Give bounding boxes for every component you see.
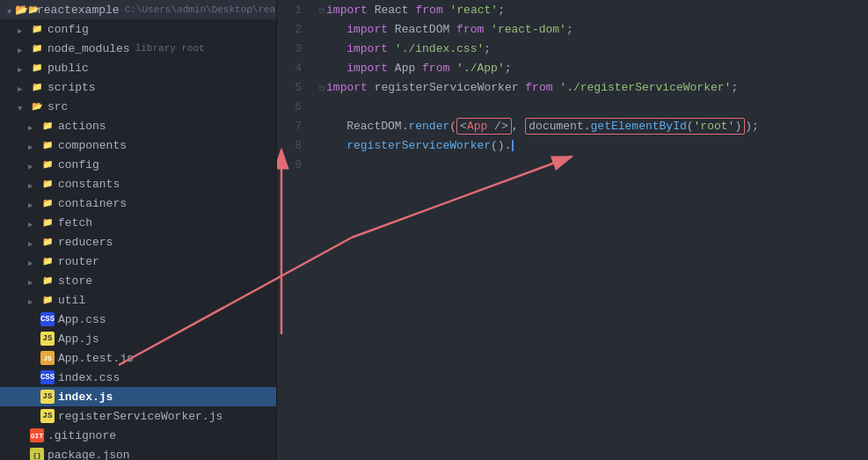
sidebar-item-gitignore[interactable]: GIT .gitignore <box>0 426 276 445</box>
item-label: scripts <box>47 81 96 94</box>
line-content: ReactDOM.render(<App />, document.getEle… <box>312 116 868 135</box>
sidebar-item-router[interactable]: 📁 router <box>0 252 276 271</box>
sidebar-item-components[interactable]: 📁 components <box>0 135 276 155</box>
sidebar-item-root[interactable]: 📂 reactexample reactexample C:\Users\adm… <box>0 0 276 19</box>
sidebar-item-store[interactable]: 📁 store <box>0 271 276 290</box>
line-content: import './index.css'; <box>312 39 868 58</box>
sidebar-item-public[interactable]: 📁 public <box>0 58 276 77</box>
item-label: constants <box>58 178 120 191</box>
folder-icon: 📁 <box>40 177 55 191</box>
sidebar-item-src-config[interactable]: 📁 config <box>0 155 276 174</box>
code-line-5: 5 ⊟import registerServiceWorker from './… <box>277 77 868 97</box>
folder-icon: 📁 <box>40 157 55 172</box>
line-number: 6 <box>277 97 312 116</box>
collapse-arrow[interactable] <box>18 101 28 112</box>
folder-icon: 📁 <box>40 138 55 152</box>
sidebar-item-reducers[interactable]: 📁 reducers <box>0 232 276 252</box>
folder-icon: 📁 <box>30 80 44 94</box>
item-label: App.css <box>58 313 106 326</box>
folder-icon: 📁 <box>40 235 55 249</box>
item-label: node_modules <box>47 42 130 55</box>
folder-icon: 📁 <box>40 215 55 230</box>
sidebar-item-index-css[interactable]: CSS index.css <box>0 368 276 387</box>
expand-arrow[interactable] <box>28 275 39 286</box>
expand-arrow[interactable] <box>18 43 28 54</box>
expand-arrow[interactable] <box>18 82 28 92</box>
sidebar-item-fetch[interactable]: 📁 fetch <box>0 213 276 232</box>
sidebar-item-util[interactable]: 📁 util <box>0 290 276 310</box>
folder-icon: 📁 <box>40 293 55 307</box>
js-icon: JS <box>40 409 55 423</box>
sidebar-item-scripts[interactable]: 📁 scripts <box>0 77 276 97</box>
line-number: 2 <box>277 19 312 39</box>
folder-icon: 📁 <box>30 22 44 36</box>
root-path-display: C:\Users\admin\Desktop\reactexam... <box>125 4 277 15</box>
item-label: index.css <box>58 371 120 384</box>
folder-icon: 📁 <box>30 41 44 55</box>
item-label: config <box>47 23 89 36</box>
sidebar-item-package-json[interactable]: {} package.json <box>0 445 276 460</box>
sidebar-item-app-js[interactable]: JS App.js <box>0 329 276 348</box>
sidebar-item-actions[interactable]: 📁 actions <box>0 116 276 135</box>
root-label: reactexample <box>37 4 120 17</box>
item-label: public <box>47 62 89 75</box>
item-label: config <box>58 158 99 172</box>
item-label: src <box>47 100 68 113</box>
folder-icon: 📁 <box>40 119 55 133</box>
code-table: 1 ⊟import React from 'react'; 2 import R… <box>277 0 868 174</box>
sidebar-item-node-modules[interactable]: 📁 node_modules library root <box>0 39 276 58</box>
sidebar-item-containers[interactable]: 📁 containers <box>0 193 276 213</box>
expand-arrow[interactable] <box>28 159 39 170</box>
item-label: reducers <box>58 236 113 249</box>
line-number: 1 <box>277 0 312 19</box>
git-icon: GIT <box>30 428 44 442</box>
sidebar-item-app-css[interactable]: CSS App.css <box>0 310 276 329</box>
item-label: .gitignore <box>47 429 116 442</box>
line-number: 4 <box>277 58 312 77</box>
folder-icon: 📁 <box>30 61 44 75</box>
css-icon: CSS <box>40 312 55 326</box>
expand-arrow[interactable] <box>28 217 39 228</box>
code-editor[interactable]: 1 ⊟import React from 'react'; 2 import R… <box>277 0 868 460</box>
item-label: actions <box>58 120 106 133</box>
folder-open-icon: 📂 <box>30 99 44 113</box>
expand-arrow[interactable] <box>28 256 39 267</box>
js-icon: JS <box>40 390 55 404</box>
sidebar-item-register-sw[interactable]: JS registerServiceWorker.js <box>0 406 276 426</box>
item-sublabel: library root <box>135 43 205 54</box>
expand-arrow[interactable] <box>28 198 39 208</box>
item-label: containers <box>58 197 127 210</box>
code-line-7: 7 ReactDOM.render(<App />, document.getE… <box>277 116 868 135</box>
json-icon: {} <box>30 448 44 460</box>
expand-arrow[interactable] <box>18 62 28 73</box>
sidebar-item-config[interactable]: 📁 config <box>0 19 276 39</box>
test-icon: JS <box>40 351 55 365</box>
item-label: components <box>58 139 127 152</box>
expand-arrow[interactable] <box>28 140 39 150</box>
expand-arrow[interactable] <box>28 237 39 247</box>
expand-arrow[interactable] <box>28 295 39 305</box>
line-content: import App from './App'; <box>312 58 868 77</box>
expand-arrow[interactable] <box>28 120 39 131</box>
item-label: package.json <box>47 449 130 461</box>
sidebar-item-app-test-js[interactable]: JS App.test.js <box>0 348 276 368</box>
expand-arrow[interactable] <box>28 179 39 189</box>
item-label: router <box>58 255 99 268</box>
file-explorer[interactable]: 📂 reactexample reactexample C:\Users\adm… <box>0 0 277 460</box>
item-label: App.test.js <box>58 352 134 365</box>
line-content: ⊟import registerServiceWorker from './re… <box>312 77 868 97</box>
sidebar-item-index-js[interactable]: JS index.js <box>0 387 276 406</box>
sidebar-item-constants[interactable]: 📁 constants <box>0 174 276 193</box>
css-icon: CSS <box>40 370 55 384</box>
js-icon: JS <box>40 332 55 346</box>
sidebar-item-src[interactable]: 📂 src <box>0 97 276 116</box>
folder-icon: 📁 <box>40 254 55 268</box>
item-label: fetch <box>58 216 92 230</box>
code-line-8: 8 registerServiceWorker(). <box>277 135 868 155</box>
expand-arrow[interactable] <box>18 24 28 34</box>
code-line-2: 2 import ReactDOM from 'react-dom'; <box>277 19 868 39</box>
line-number: 3 <box>277 39 312 58</box>
line-content: registerServiceWorker(). <box>312 135 868 155</box>
line-number: 5 <box>277 77 312 97</box>
line-number: 8 <box>277 135 312 155</box>
